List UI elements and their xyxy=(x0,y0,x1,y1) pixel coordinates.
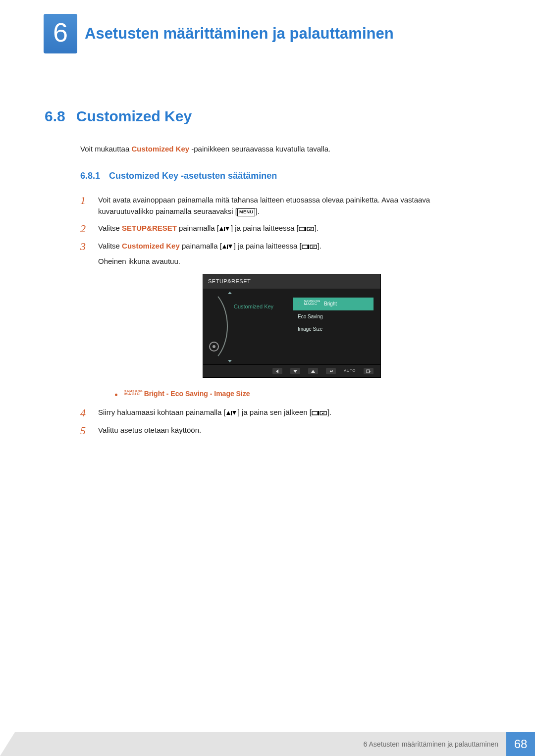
step-number: 1 xyxy=(80,194,89,217)
svg-marker-2 xyxy=(225,227,229,231)
step-number: 4 xyxy=(80,406,89,419)
osd-nav-up-icon xyxy=(308,368,318,374)
svg-marker-13 xyxy=(312,246,313,248)
chevron-down-icon xyxy=(228,360,232,362)
osd-auto-label: AUTO xyxy=(344,368,356,374)
section-number: 6.8 xyxy=(45,108,65,125)
section-heading: 6.8 Customized Key xyxy=(45,108,535,125)
chapter-title: Asetusten määrittäminen ja palauttaminen xyxy=(85,25,394,43)
step-number: 3 xyxy=(80,240,89,385)
osd-nav-left-icon xyxy=(272,368,282,374)
section-title: Customized Key xyxy=(76,108,192,125)
svg-rect-23 xyxy=(231,411,232,415)
svg-marker-16 xyxy=(276,369,278,373)
step-2: 2 Valitse SETUP&RESET painamalla [] ja p… xyxy=(80,222,485,235)
bullet-icon xyxy=(115,394,117,396)
step-body: Siirry haluamaasi kohtaan painamalla [] … xyxy=(98,406,485,419)
page-footer: 6 Asetusten määrittäminen ja palauttamin… xyxy=(0,732,535,756)
step-3: 3 Valitse Customized Key painamalla [] j… xyxy=(80,240,485,385)
up-down-icon xyxy=(222,242,234,250)
svg-rect-11 xyxy=(308,245,309,249)
osd-nav-down-icon xyxy=(290,368,300,374)
svg-rect-8 xyxy=(227,245,228,249)
step-body: Voit avata avainoppaan painamalla mitä t… xyxy=(98,194,485,217)
osd-option: Image Size xyxy=(293,323,374,336)
intro-before: Voit mukauttaa xyxy=(80,145,131,153)
svg-marker-18 xyxy=(311,370,315,373)
osd-title: SETUP&RESET xyxy=(203,274,380,289)
intro-paragraph: Voit mukauttaa Customized Key -painikkee… xyxy=(80,145,535,153)
svg-rect-4 xyxy=(305,227,306,231)
source-enter-icon xyxy=(312,408,327,416)
svg-marker-7 xyxy=(222,245,226,249)
svg-point-15 xyxy=(213,345,215,348)
osd-option: Eco Saving xyxy=(293,310,374,323)
svg-marker-24 xyxy=(232,411,236,415)
step-body: Valitse SETUP&RESET painamalla [] ja pai… xyxy=(98,222,485,235)
osd-footer: AUTO xyxy=(203,364,380,377)
source-enter-icon xyxy=(299,224,315,232)
osd-left-label: Customized Key xyxy=(234,302,285,311)
step-1: 1 Voit avata avainoppaan painamalla mitä… xyxy=(80,194,485,217)
svg-rect-1 xyxy=(224,227,225,231)
menu-icon: MENU xyxy=(237,208,256,216)
chevron-up-icon xyxy=(228,292,232,294)
step-number: 2 xyxy=(80,222,89,235)
step-number: 5 xyxy=(80,424,89,437)
up-down-icon xyxy=(226,408,238,416)
subsection-number: 6.8.1 xyxy=(80,171,100,181)
osd-exit-icon xyxy=(364,368,374,374)
osd-option-selected: : SAMSUNGMAGIC Bright xyxy=(293,298,374,310)
osd-enter-icon xyxy=(326,368,336,374)
svg-marker-17 xyxy=(293,370,297,373)
osd-screenshot: SETUP&RESET Customized Key : SAMSUNGMAGI… xyxy=(203,274,381,378)
svg-rect-10 xyxy=(302,245,308,249)
osd-arc-icon xyxy=(173,287,228,366)
svg-rect-26 xyxy=(318,411,319,415)
svg-marker-9 xyxy=(228,245,232,249)
footer-text: 6 Asetusten määrittäminen ja palauttamin… xyxy=(47,732,506,756)
svg-marker-28 xyxy=(322,413,323,414)
svg-rect-25 xyxy=(312,411,318,415)
option-bullet: SAMSUNGMAGICBright - Eco Saving - Image … xyxy=(115,390,535,398)
chapter-number-badge: 6 xyxy=(44,14,77,53)
gear-icon xyxy=(208,341,220,353)
step-5: 5 Valittu asetus otetaan käyttöön. xyxy=(80,424,485,437)
page-number: 68 xyxy=(506,732,535,756)
samsung-magic-icon: SAMSUNGMAGIC xyxy=(124,390,143,396)
svg-marker-6 xyxy=(309,228,310,230)
intro-after: -painikkeen seuraavassa kuvatulla tavall… xyxy=(189,145,330,153)
subsection-heading: 6.8.1 Customized Key -asetusten säätämin… xyxy=(80,171,535,181)
svg-marker-0 xyxy=(219,227,223,231)
subsection-title: Customized Key -asetusten säätäminen xyxy=(109,171,277,181)
svg-rect-3 xyxy=(299,227,305,231)
up-down-icon xyxy=(219,224,231,232)
svg-marker-19 xyxy=(330,370,331,372)
footer-cap-icon xyxy=(0,732,47,756)
step-body: Valitse Customized Key painamalla [] ja … xyxy=(98,240,485,385)
source-enter-icon xyxy=(302,242,318,250)
step-body: Valittu asetus otetaan käyttöön. xyxy=(98,424,485,437)
svg-marker-22 xyxy=(226,411,230,415)
intro-strong: Customized Key xyxy=(131,145,189,153)
step-3-extra: Oheinen ikkuna avautuu. xyxy=(98,255,485,267)
chapter-header: 6 Asetusten määrittäminen ja palauttamin… xyxy=(0,0,535,68)
step-4: 4 Siirry haluamaasi kohtaan painamalla [… xyxy=(80,406,485,419)
